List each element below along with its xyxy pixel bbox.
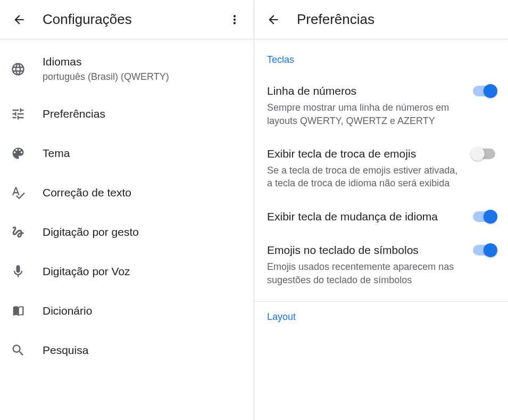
settings-item-sub: português (Brasil) (QWERTY)	[43, 71, 169, 83]
preferences-body: Teclas Linha de números Sempre mostrar u…	[254, 39, 508, 331]
pref-title: Exibir tecla de mudança de idioma	[267, 209, 464, 224]
preferences-header: Preferências	[254, 0, 508, 39]
search-icon	[11, 343, 43, 358]
toggle-switch[interactable]	[473, 211, 495, 222]
settings-item-label: Preferências	[43, 108, 105, 120]
settings-item-label: Dicionário	[43, 304, 92, 317]
globe-icon	[11, 62, 43, 77]
settings-item-label: Tema	[43, 147, 70, 160]
settings-panel: Configurações Idiomas português (Brasil)…	[0, 0, 254, 420]
pref-desc: Sempre mostrar uma linha de números em l…	[267, 101, 464, 127]
pref-desc: Emojis usados recentemente aparecem nas …	[267, 260, 464, 286]
section-header-keys: Teclas	[254, 45, 508, 74]
settings-item-label: Digitação por Voz	[43, 265, 130, 278]
settings-title: Configurações	[43, 11, 222, 28]
palette-icon	[11, 146, 43, 161]
settings-item-dictionary[interactable]: Dicionário	[0, 291, 254, 331]
toggle-switch[interactable]	[473, 86, 495, 96]
settings-item-gesture-typing[interactable]: Digitação por gesto	[0, 212, 254, 252]
pref-item-language-switch-key[interactable]: Exibir tecla de mudança de idioma	[254, 200, 508, 233]
back-button[interactable]	[6, 7, 32, 32]
settings-item-label: Digitação por gesto	[43, 226, 139, 238]
settings-item-theme[interactable]: Tema	[0, 134, 254, 173]
toggle-switch[interactable]	[473, 245, 495, 256]
spellcheck-icon	[11, 185, 43, 200]
section-header-layout: Layout	[254, 302, 508, 331]
settings-item-preferences[interactable]: Preferências	[0, 94, 254, 134]
settings-item-languages[interactable]: Idiomas português (Brasil) (QWERTY)	[0, 44, 254, 94]
arrow-left-icon	[12, 13, 26, 27]
settings-list: Idiomas português (Brasil) (QWERTY) Pref…	[0, 39, 254, 370]
sliders-icon	[11, 106, 43, 121]
mic-icon	[11, 264, 43, 279]
settings-item-label: Pesquisa	[43, 344, 88, 357]
more-button[interactable]	[222, 7, 247, 32]
pref-desc: Se a tecla de troca de emojis estiver at…	[267, 164, 464, 190]
pref-title: Linha de números	[267, 84, 464, 98]
preferences-panel: Preferências Teclas Linha de números Sem…	[254, 0, 508, 420]
pref-item-emoji-switch-key[interactable]: Exibir tecla de troca de emojis Se a tec…	[254, 137, 508, 200]
pref-title: Emojis no teclado de símbolos	[267, 243, 464, 257]
pref-item-emoji-in-symbols[interactable]: Emojis no teclado de símbolos Emojis usa…	[254, 233, 508, 296]
back-button[interactable]	[261, 7, 286, 32]
gesture-icon	[11, 225, 43, 240]
toggle-switch[interactable]	[473, 149, 495, 159]
preferences-title: Preferências	[297, 11, 502, 28]
pref-item-number-row[interactable]: Linha de números Sempre mostrar uma linh…	[254, 74, 508, 137]
settings-header: Configurações	[0, 0, 254, 39]
settings-item-search[interactable]: Pesquisa	[0, 331, 254, 370]
arrow-left-icon	[267, 13, 280, 27]
settings-item-label: Correção de texto	[43, 186, 131, 199]
pref-title: Exibir tecla de troca de emojis	[267, 146, 464, 161]
settings-item-voice-typing[interactable]: Digitação por Voz	[0, 252, 254, 291]
settings-item-label: Idiomas	[43, 55, 169, 68]
more-vert-icon	[228, 13, 241, 27]
book-icon	[11, 303, 43, 318]
settings-item-text-correction[interactable]: Correção de texto	[0, 173, 254, 212]
